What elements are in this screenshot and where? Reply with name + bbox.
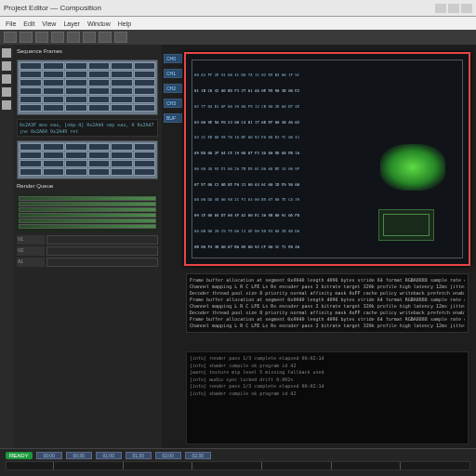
timeline-ruler[interactable] bbox=[6, 461, 470, 470]
frame-cell[interactable] bbox=[134, 71, 156, 78]
menu-help[interactable]: Help bbox=[118, 20, 131, 27]
frame-cell[interactable] bbox=[88, 79, 111, 86]
track-row[interactable]: V2 bbox=[17, 246, 158, 256]
frame-cell[interactable] bbox=[20, 71, 42, 78]
frame-cell[interactable] bbox=[134, 79, 156, 86]
channel-tag[interactable]: CH3 bbox=[164, 99, 182, 108]
frame-cell[interactable] bbox=[65, 62, 87, 70]
frame-cell[interactable] bbox=[134, 104, 156, 112]
frame-cell[interactable] bbox=[43, 168, 65, 176]
frame-cell[interactable] bbox=[65, 143, 87, 151]
close-button[interactable] bbox=[461, 4, 472, 13]
frame-cell[interactable] bbox=[134, 87, 156, 95]
frame-cell[interactable] bbox=[20, 152, 42, 159]
frame-cell[interactable] bbox=[43, 62, 65, 70]
frame-cell[interactable] bbox=[65, 160, 87, 167]
track-body[interactable] bbox=[46, 235, 158, 245]
time-chip[interactable]: 00:00 bbox=[36, 452, 62, 459]
frame-cell[interactable] bbox=[88, 87, 111, 95]
menu-layer[interactable]: Layer bbox=[63, 20, 80, 27]
frame-cell[interactable] bbox=[111, 143, 133, 151]
frame-grid-b[interactable] bbox=[17, 140, 158, 179]
viewer-window[interactable]: 00 A3 FF 2E 91 00 4C D8 7A 11 02 EE B4 0… bbox=[184, 52, 470, 266]
frame-cell[interactable] bbox=[20, 160, 42, 167]
tool-pen[interactable] bbox=[83, 32, 96, 43]
frame-cell[interactable] bbox=[20, 104, 42, 112]
maximize-button[interactable] bbox=[448, 4, 459, 13]
frame-cell[interactable] bbox=[134, 168, 156, 176]
frame-cell[interactable] bbox=[134, 96, 156, 103]
frame-cell[interactable] bbox=[20, 168, 42, 176]
menu-edit[interactable]: Edit bbox=[23, 20, 34, 27]
time-chip[interactable]: 02:00 bbox=[155, 452, 181, 459]
frame-cell[interactable] bbox=[88, 160, 111, 167]
frame-cell[interactable] bbox=[134, 62, 156, 70]
menu-window[interactable]: Window bbox=[87, 20, 111, 27]
frame-cell[interactable] bbox=[43, 96, 65, 103]
effects-icon[interactable] bbox=[2, 87, 11, 97]
time-chip[interactable]: 00:30 bbox=[66, 452, 92, 459]
frame-cell[interactable] bbox=[88, 152, 111, 159]
queue-item[interactable] bbox=[19, 202, 156, 206]
frame-cell[interactable] bbox=[88, 62, 111, 70]
tool-crop[interactable] bbox=[114, 32, 127, 43]
frame-cell[interactable] bbox=[43, 87, 65, 95]
frame-cell[interactable] bbox=[65, 71, 87, 78]
frame-cell[interactable] bbox=[43, 104, 65, 112]
channel-tag[interactable]: CH0 bbox=[164, 54, 182, 63]
frame-cell[interactable] bbox=[111, 71, 133, 78]
log-panel[interactable]: [info] render pass 1/3 complete elapsed … bbox=[186, 351, 469, 444]
tool-hand[interactable] bbox=[20, 32, 33, 43]
tool-text[interactable] bbox=[51, 32, 64, 43]
track-row[interactable]: A1 bbox=[17, 258, 158, 267]
frame-cell[interactable] bbox=[88, 104, 111, 112]
file-icon[interactable] bbox=[2, 48, 11, 58]
frame-cell[interactable] bbox=[111, 96, 133, 103]
frame-cell[interactable] bbox=[111, 79, 133, 86]
channel-tag[interactable]: CH2 bbox=[164, 84, 182, 93]
frame-cell[interactable] bbox=[43, 152, 65, 159]
time-chip[interactable]: 01:00 bbox=[96, 452, 122, 459]
frame-cell[interactable] bbox=[20, 87, 42, 95]
frame-cell[interactable] bbox=[43, 79, 65, 86]
menu-view[interactable]: View bbox=[42, 20, 56, 27]
frame-cell[interactable] bbox=[43, 160, 65, 167]
frame-cell[interactable] bbox=[111, 87, 133, 95]
frame-cell[interactable] bbox=[88, 168, 111, 176]
frame-cell[interactable] bbox=[65, 104, 87, 112]
frame-cell[interactable] bbox=[111, 62, 133, 70]
frame-cell[interactable] bbox=[65, 168, 87, 176]
frame-cell[interactable] bbox=[88, 96, 111, 103]
frame-cell[interactable] bbox=[134, 152, 156, 159]
queue-item[interactable] bbox=[19, 218, 156, 223]
queue-item[interactable] bbox=[19, 196, 156, 201]
tool-zoom[interactable] bbox=[35, 32, 48, 43]
frame-cell[interactable] bbox=[20, 62, 42, 70]
frame-cell[interactable] bbox=[111, 104, 133, 112]
frame-cell[interactable] bbox=[20, 96, 42, 103]
channel-tag[interactable]: BUF bbox=[164, 113, 182, 123]
frame-cell[interactable] bbox=[65, 152, 87, 159]
frame-cell[interactable] bbox=[65, 87, 87, 95]
frame-cell[interactable] bbox=[88, 71, 111, 78]
frame-cell[interactable] bbox=[65, 79, 87, 86]
frame-cell[interactable] bbox=[20, 143, 42, 151]
channel-tag[interactable]: CH1 bbox=[164, 69, 182, 78]
frame-cell[interactable] bbox=[111, 168, 133, 176]
menu-file[interactable]: File bbox=[6, 20, 16, 27]
mini-scope[interactable] bbox=[378, 209, 434, 241]
layers-icon[interactable] bbox=[2, 74, 11, 84]
queue-item[interactable] bbox=[19, 207, 156, 212]
tool-brush[interactable] bbox=[99, 32, 112, 43]
frame-cell[interactable] bbox=[134, 160, 156, 167]
search-icon[interactable] bbox=[2, 61, 11, 71]
frame-cell[interactable] bbox=[88, 143, 111, 151]
tool-select[interactable] bbox=[4, 32, 17, 43]
minimize-button[interactable] bbox=[435, 4, 446, 13]
queue-item[interactable] bbox=[19, 224, 156, 229]
frame-cell[interactable] bbox=[65, 96, 87, 103]
time-chip[interactable]: 02:30 bbox=[185, 452, 211, 459]
track-body[interactable] bbox=[46, 246, 158, 256]
frame-grid-a[interactable] bbox=[17, 60, 158, 115]
frame-cell[interactable] bbox=[111, 152, 133, 159]
